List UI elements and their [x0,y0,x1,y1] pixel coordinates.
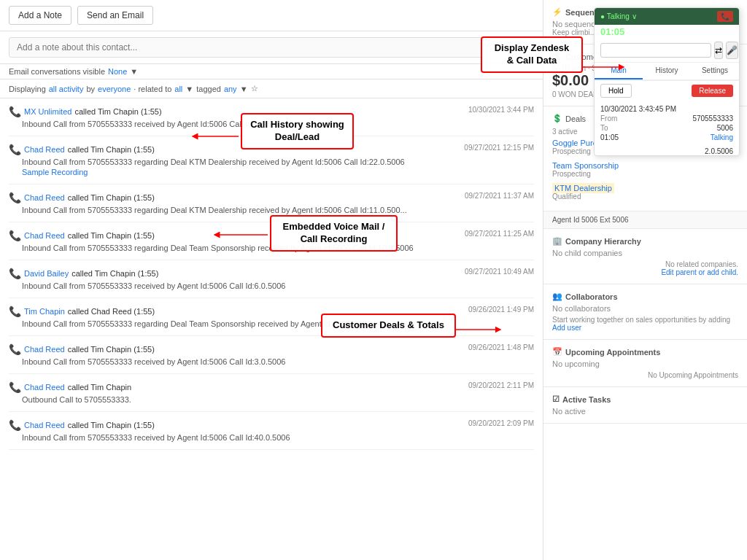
company-value: No child companies [552,249,738,257]
add-user-link[interactable]: Add user [552,324,581,332]
phone-tab-settings[interactable]: Settings [691,63,739,79]
activity-caller-link[interactable]: Chad Reed [24,421,65,429]
activity-caller-link[interactable]: MX Unlimited [24,107,71,116]
phone-call-icon: 📞 [9,306,21,317]
phone-talking-status: Talking [711,133,733,141]
activity-date: 09/27/2021 11:25 AM [465,230,534,238]
activity-date: 09/27/2021 10:49 AM [465,268,534,276]
phone-from-row: From 5705553333 [600,114,733,122]
filter-display: Displaying [9,85,46,93]
activity-header: 📞Chad Reed called Tim Chapin 09/20/2021 … [9,381,534,393]
activity-list: 📞MX Unlimited called Tim Chapin (1:55)10… [0,98,543,560]
phone-call-icon: 📞 [9,230,21,241]
filter-sep2: ▼ [185,85,193,93]
phone-to-value: 5006 [717,124,733,132]
activity-header: 📞Chad Reed called Tim Chapin (1:55)09/27… [9,144,534,155]
activity-body: Inbound Call from 5705553333 received by… [9,433,534,442]
appointments-title: 📅 Upcoming Appointments [552,347,738,357]
company-edit-link[interactable]: Edit parent or add child. [552,268,738,276]
release-button[interactable]: Release [692,85,733,97]
phone-widget: ● Talking ∨ 📞 01:05 ⇄ 🎤 Main History Set… [594,7,740,156]
activity-caller-link[interactable]: Chad Reed [24,231,65,240]
phone-call-icon: 📞 [9,268,21,279]
activity-header-left: 📞Chad Reed called Tim Chapin (1:55) [9,230,155,241]
activity-header-left: 📞David Bailey called Tim Chapin (1:55) [9,268,158,279]
company-icon: 🏢 [552,236,562,246]
appointments-icon: 📅 [552,347,562,357]
activity-date: 09/26/2021 1:48 PM [468,343,534,351]
activity-item: 📞Chad Reed called Tim Chapin (1:55)09/20… [9,412,534,450]
filter-any[interactable]: any [224,85,237,93]
appointments-value: No upcoming [552,359,738,368]
activity-caller-link[interactable]: Chad Reed [24,145,65,154]
activity-action: called Tim Chapin (1:55) [68,421,155,429]
deal-name-link[interactable]: KTM Dealership [552,183,614,193]
activity-action: called Tim Chapin (1:55) [68,345,155,354]
phone-dialpad-input[interactable] [600,43,711,58]
toolbar: Add a Note Send an Email [0,0,543,31]
add-note-button[interactable]: Add a Note [9,6,71,25]
activity-header-left: 📞Chad Reed called Tim Chapin (1:55) [9,343,155,355]
phone-tab-history[interactable]: History [643,63,691,79]
collaborators-icon: 👥 [552,292,562,301]
phone-call-icon: 📞 [9,343,21,355]
conversations-value-link[interactable]: None [108,67,127,76]
note-area [0,31,543,64]
collaborators-value: No collaborators [552,304,738,313]
star-icon: ☆ [251,84,258,93]
activity-action: called Tim Chapin (1:55) [71,269,158,278]
activity-caller-link[interactable]: Chad Reed [24,383,65,392]
phone-mute-icon[interactable]: 🎤 [726,42,738,59]
phone-call-id: 2.0.5006 [595,147,739,155]
deal-name-link[interactable]: Team Sponsorship [552,161,619,170]
note-input[interactable] [9,37,534,58]
filter-everyone[interactable]: everyone [98,85,131,93]
phone-call-info: 10/30/2021 3:43:45 PM From 5705553333 To… [595,101,739,147]
activity-caller-link[interactable]: David Bailey [24,269,69,278]
activity-caller-link[interactable]: Chad Reed [24,193,65,202]
activity-header-left: 📞MX Unlimited called Tim Chapin (1:55) [9,106,162,117]
activity-caller-link[interactable]: Chad Reed [24,345,65,354]
filter-all[interactable]: all [174,85,182,93]
hold-button[interactable]: Hold [600,84,632,98]
filter-tagged: tagged [196,85,221,93]
activity-item: 📞Chad Reed called Tim Chapin (1:55)09/26… [9,336,534,374]
phone-widget-header: ● Talking ∨ 📞 [595,8,739,25]
phone-widget-icon-small[interactable]: 📞 [717,11,733,22]
activity-caller-link[interactable]: Tim Chapin [24,307,65,316]
activity-item: 📞Chad Reed called Tim Chapin (1:55)09/27… [9,184,534,222]
phone-transfer-icon[interactable]: ⇄ [714,42,723,59]
filter-bar: Displaying all activity by everyone · re… [0,79,543,98]
activity-date: 09/20/2021 2:09 PM [468,419,534,427]
phone-timer: 01:05 [595,25,739,39]
activity-action: called Tim Chapin [68,383,131,392]
send-email-button[interactable]: Send an Email [77,6,153,25]
tasks-title: ☑ Active Tasks [552,394,738,404]
activity-date: 10/30/2021 3:44 PM [468,106,534,114]
phone-tab-main[interactable]: Main [595,63,643,79]
activity-body: Outbound Call to 5705553333. [9,395,534,404]
filter-sep3: ▼ [240,85,248,93]
activity-header-left: 📞Chad Reed called Tim Chapin (1:55) [9,192,155,203]
phone-date-value: 10/30/2021 3:43:45 PM [600,105,676,113]
activity-item: 📞Tim Chapin called Chad Reed (1:55)09/26… [9,298,534,336]
activity-header: 📞Chad Reed called Tim Chapin (1:55)09/27… [9,230,534,241]
activity-header: 📞Tim Chapin called Chad Reed (1:55)09/26… [9,306,534,317]
phone-call-icon: 📞 [9,419,21,431]
tasks-icon: ☑ [552,394,560,404]
filter-all-activity[interactable]: all activity [49,85,84,93]
filter-by: by [86,85,95,93]
activity-date: 09/26/2021 1:49 PM [468,306,534,314]
activity-body: Inbound Call from 5705553333 received by… [9,281,534,290]
conversations-label: Email conversations visible None ▼ [0,64,543,79]
deal-stage: Prospecting [552,170,738,178]
activity-body: Inbound Call from 5705553333 regarding D… [9,319,534,328]
phone-hold-bar: Hold Release [595,80,739,101]
recording-link[interactable]: Sample Recording [9,168,534,176]
activity-date: 09/20/2021 2:11 PM [468,381,534,389]
phone-to-row: To 5006 [600,124,733,132]
phone-status: ● Talking ∨ [600,12,637,20]
phone-call-icon: 📞 [9,144,21,155]
activity-action: called Tim Chapin (1:55) [68,193,155,202]
main-content: Add a Note Send an Email Email conversat… [0,0,543,560]
